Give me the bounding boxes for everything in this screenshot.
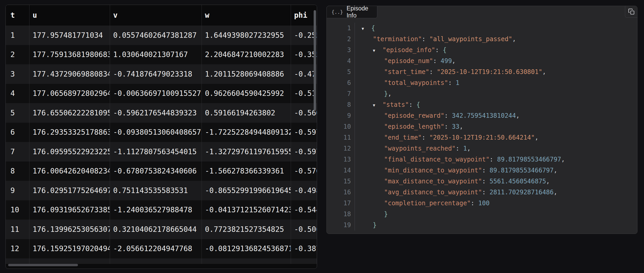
collapse-toggle[interactable]: ▼	[362, 23, 371, 34]
json-num: 89.81798553466797	[497, 156, 561, 163]
line-number: 2	[327, 34, 355, 45]
cell-w: -0.041371215260714234	[202, 200, 291, 220]
data-table: tuvwphi 1177.9574817710340.0557460264738…	[5, 5, 317, 269]
json-key: "waypoints_reached"	[384, 145, 456, 152]
line-number: 18	[327, 209, 355, 220]
json-punc: :	[433, 57, 441, 65]
cell-phi: -0.4717411	[291, 64, 317, 84]
braces-icon: {..}	[331, 9, 343, 15]
line-number: 6	[327, 77, 355, 88]
json-punc: :	[482, 178, 490, 185]
cell-t: 6	[6, 123, 29, 142]
json-line: 8▼"stats": {	[327, 99, 637, 110]
table-row: 12176.15925197020494-2.056612204947768-0…	[6, 239, 317, 259]
json-key: "min_distance_to_waypoint"	[384, 167, 482, 174]
table-row: 4177.06568972802964-0.006366971009155272…	[6, 84, 317, 103]
json-brace: }	[373, 221, 376, 229]
json-key: "completion_percentage"	[384, 200, 471, 207]
json-key: "episode_num"	[384, 57, 433, 65]
json-punc: ,	[546, 178, 550, 185]
collapse-toggle[interactable]: ▼	[373, 100, 382, 111]
cell-phi: -0.5663884	[291, 103, 317, 123]
cell-u: 176.13996253056307	[29, 220, 110, 239]
json-key: "total_waypoints"	[384, 79, 448, 86]
cell-v: 0.751143535583531	[110, 181, 202, 200]
cell-t: 8	[6, 162, 29, 181]
json-line: 3▼"episode_info": {	[327, 45, 637, 55]
copy-button[interactable]	[625, 6, 637, 18]
json-punc: ,	[452, 57, 455, 65]
json-punc: :	[444, 112, 452, 119]
tab-episode-info: {..} Episode Info	[326, 6, 377, 18]
cell-phi: -0.3552185	[291, 45, 317, 65]
column-header-v: v	[110, 5, 202, 26]
json-line: 18}	[327, 209, 637, 220]
cell-phi: -0.5975649	[291, 142, 317, 162]
cell-u: 176.02951775264697	[29, 181, 110, 200]
cell-u: 177.75913681980683	[29, 45, 110, 65]
line-number: 17	[327, 198, 355, 209]
cell-v: 1.030640021307167	[110, 45, 202, 65]
json-line: 11"end_time": "2025-10-12T19:21:50.66421…	[327, 132, 637, 143]
json-punc: ,	[535, 134, 538, 141]
cell-v: -0.6780753824340606	[110, 162, 202, 181]
cell-t: 12	[6, 239, 29, 259]
line-number: 5	[327, 66, 355, 77]
cell-v: -0.006366971009155272	[110, 84, 202, 103]
json-key: "episode_info"	[382, 46, 435, 54]
json-punc: :	[490, 156, 497, 163]
cell-w: 1.2011528069408886	[202, 64, 291, 84]
json-num: 342.7595413810244	[452, 112, 516, 119]
panel-title: Episode Info	[347, 5, 372, 19]
json-num: 499	[441, 57, 452, 65]
table-row: 5176.65506222281095-0.59621765448393230.…	[6, 103, 317, 123]
cell-phi: -0.5448771	[291, 200, 317, 220]
json-line: 14"min_distance_to_waypoint": 89.8179855…	[327, 165, 637, 176]
cell-t: 1	[6, 26, 29, 45]
cell-w: -0.86552991996619645	[202, 181, 291, 200]
json-key: "episode_length"	[384, 123, 444, 130]
json-punc: :	[444, 123, 452, 130]
cell-u: 177.43729069880834	[29, 64, 110, 84]
json-tree: 1▼{2"termination": "all_waypoints_passed…	[327, 23, 637, 231]
cell-t: 10	[6, 200, 29, 220]
json-punc: :	[429, 68, 437, 76]
json-key: "episode_reward"	[384, 112, 444, 119]
cell-phi: -0.2559741	[291, 26, 317, 45]
json-punc: :	[422, 35, 429, 43]
json-line: 12"waypoints_reached": 1,	[327, 143, 637, 154]
json-num: 89.81798553466797	[490, 167, 554, 174]
json-punc: ,	[388, 90, 391, 97]
json-brace: {	[416, 101, 420, 108]
json-brace: }	[384, 90, 388, 97]
vertical-scrollbar-thumb[interactable]	[314, 10, 316, 110]
column-header-t: t	[6, 5, 29, 26]
json-punc: ,	[554, 189, 557, 196]
json-line: 15"max_distance_to_waypoint": 5561.45605…	[327, 176, 637, 187]
json-line: 10"episode_length": 33,	[327, 121, 637, 132]
line-number: 14	[327, 165, 355, 176]
cell-phi: -0.5068561	[291, 220, 317, 239]
cell-u: 176.00642620408234	[29, 162, 110, 181]
cell-u: 176.15925197020494	[29, 239, 110, 259]
column-header-w: w	[202, 5, 291, 26]
json-punc: ,	[467, 145, 471, 152]
json-key: "start_time"	[384, 68, 429, 76]
json-line: 1▼{	[327, 23, 637, 34]
cell-t: 11	[6, 220, 29, 239]
episode-info-panel: {..} Episode Info 1▼{2"termination": "al…	[326, 6, 637, 234]
cell-phi: -0.5118849	[291, 84, 317, 103]
line-number: 19	[327, 220, 355, 231]
horizontal-scrollbar[interactable]	[6, 263, 317, 269]
line-number: 3	[327, 45, 355, 55]
json-key: "stats"	[382, 101, 409, 108]
horizontal-scrollbar-thumb[interactable]	[8, 264, 78, 266]
cell-t: 4	[6, 84, 29, 103]
json-punc: ,	[542, 68, 546, 76]
cell-w: 0.59166194263802	[202, 103, 291, 123]
json-num: 5561.4560546875	[490, 178, 546, 185]
cell-u: 177.06568972802964	[29, 84, 110, 103]
collapse-toggle[interactable]: ▼	[373, 45, 382, 56]
cell-w: 1.6449398027232955	[202, 26, 291, 45]
table-rows: 1177.9574817710340.055746026473812871.64…	[6, 26, 317, 264]
